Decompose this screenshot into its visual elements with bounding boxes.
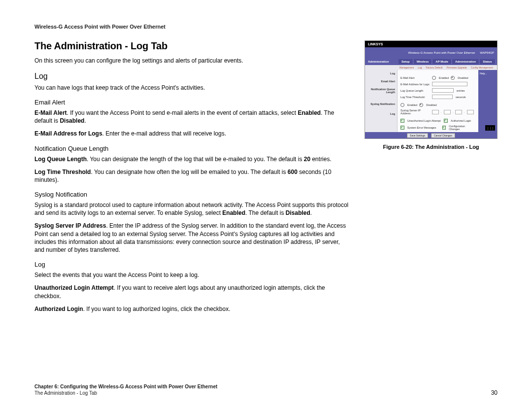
syslog-ip-term: Syslog Server IP Address — [34, 222, 106, 229]
ip-oct-3[interactable] — [455, 110, 462, 114]
side-label-log: Log — [367, 72, 395, 75]
log-queue-input[interactable] — [432, 88, 454, 93]
log-time-label: Log Time Threshold: — [400, 96, 430, 99]
side-label-email: Email Alert — [367, 80, 395, 83]
subsection-email-alert: Email Alert — [34, 99, 351, 106]
fields-column: E-Mail Alert: Enabled Disabled E-Mail Ad… — [398, 70, 478, 132]
subtab-config-mgmt[interactable]: Config Management — [471, 66, 493, 69]
page-footer: Chapter 6: Configuring the Wireless-G Ac… — [34, 383, 498, 396]
model-label: WAP54GP — [480, 51, 494, 54]
log-events-p3: Authorized Login. If you want to log aut… — [34, 305, 351, 313]
subsection-syslog: Syslog Notification — [34, 191, 351, 198]
side-labels: Log Email Alert Notification Queue Lengt… — [365, 70, 398, 132]
figure: LINKSYS Wireless-G Access Point with Pow… — [365, 40, 498, 150]
log-paragraph: You can have logs that keep track of the… — [34, 84, 351, 92]
footer-left: Chapter 6: Configuring the Wireless-G Ac… — [34, 383, 217, 396]
log-time-term: Log Time Threshold — [34, 169, 91, 175]
chk-config-changes[interactable] — [442, 126, 446, 130]
main-text-column: The Administration - Log Tab On this scr… — [34, 40, 351, 318]
subtab-log[interactable]: Log — [418, 66, 422, 69]
log-queue-label: Log Queue Length: — [400, 89, 430, 92]
ip-oct-2[interactable] — [444, 110, 451, 114]
email-alert-p1: E-Mail Alert. If you want the Access Poi… — [34, 109, 351, 125]
page: Wireless-G Access Point with Power Over … — [0, 0, 532, 411]
email-alert-term: E-Mail Alert — [34, 109, 67, 116]
subtab-firmware[interactable]: Firmware Upgrade — [446, 66, 466, 69]
tab-status[interactable]: Status — [480, 59, 495, 64]
help-column: Help... — [478, 70, 497, 132]
log-events-p2: Unauthorized Login Attempt. If you want … — [34, 284, 351, 300]
subtab-factory-default[interactable]: Factory Default — [426, 66, 443, 69]
running-header: Wireless-G Access Point with Power Over … — [34, 24, 498, 30]
unauth-login-term: Unauthorized Login Attempt — [34, 284, 114, 291]
cisco-logo-icon: ⋮⋮⋮ — [485, 125, 495, 131]
subtab-management[interactable]: Management — [399, 66, 414, 69]
auth-login-term: Authorized Login — [34, 306, 83, 312]
page-title: The Administration - Log Tab — [34, 40, 351, 52]
cancel-button[interactable]: Cancel Changes — [431, 133, 455, 138]
tab-wireless[interactable]: Wireless — [414, 59, 432, 64]
tab-administration[interactable]: Administration — [452, 59, 479, 64]
chk-row-1: Unauthorized Login Attempt Authorized Lo… — [400, 119, 475, 123]
syslog-disabled-radio[interactable] — [419, 103, 423, 107]
chk-sys-error[interactable] — [400, 126, 404, 130]
screenshot: LINKSYS Wireless-G Access Point with Pow… — [365, 40, 498, 139]
product-line: Wireless-G Access Point with Power Over … — [408, 51, 475, 54]
nql-p2: Log Time Threshold. You can designate ho… — [34, 168, 351, 184]
subsection-log-events: Log — [34, 261, 351, 268]
side-label-nql: Notification Queue Length — [367, 88, 395, 94]
ip-oct-1[interactable] — [432, 110, 439, 114]
chk-row-2: System Error Messages Configuration Chan… — [400, 125, 475, 131]
figure-footer: Save Settings Cancel Changes — [365, 132, 497, 139]
email-address-term: E-Mail Address for Logs — [34, 130, 102, 137]
syslog-p2: Syslog Server IP Address. Enter the IP a… — [34, 222, 351, 254]
brand-text: LINKSYS — [368, 42, 383, 46]
subsection-nql: Notification Queue Length — [34, 145, 351, 152]
nav-section-title: Administration — [368, 60, 399, 63]
footer-section: The Administration - Log Tab — [34, 390, 217, 396]
email-addr-row: E-Mail Address for Logs: — [400, 82, 475, 86]
content-columns: The Administration - Log Tab On this scr… — [34, 40, 498, 318]
nql-p1: Log Queue Length. You can designate the … — [34, 155, 351, 163]
email-alert-label: E-Mail Alert: — [400, 76, 430, 79]
chk-unauth-login[interactable] — [400, 119, 404, 123]
side-label-log2: Log — [367, 112, 395, 115]
tab-ap-mode[interactable]: AP Mode — [432, 59, 452, 64]
page-number: 30 — [491, 389, 498, 396]
log-time-input[interactable] — [432, 95, 453, 99]
tab-setup[interactable]: Setup — [399, 59, 413, 64]
log-events-p1: Select the events that you want the Acce… — [34, 271, 351, 279]
sub-nav: Management Log Factory Default Firmware … — [365, 65, 497, 70]
brand-bar: LINKSYS — [365, 41, 497, 47]
email-address-p: E-Mail Address for Logs. Enter the e-mai… — [34, 130, 351, 137]
syslog-enable-row: Enabled Disabled — [400, 103, 475, 107]
help-link[interactable]: Help... — [480, 72, 487, 75]
ip-oct-4[interactable] — [467, 110, 474, 114]
syslog-enabled-radio[interactable] — [400, 103, 404, 107]
email-addr-label: E-Mail Address for Logs: — [400, 83, 430, 86]
footer-chapter: Chapter 6: Configuring the Wireless-G Ac… — [34, 383, 217, 390]
settings-area: Log Email Alert Notification Queue Lengt… — [365, 70, 497, 132]
syslog-p1: Syslog is a standard protocol used to ca… — [34, 201, 351, 217]
product-bar: Wireless-G Access Point with Power Over … — [365, 47, 497, 58]
figure-caption: Figure 6-20: The Administration - Log — [365, 144, 498, 150]
intro-paragraph: On this screen you can configure the log… — [34, 57, 351, 65]
log-time-row: Log Time Threshold: seconds — [400, 95, 475, 99]
log-time-units: seconds — [456, 96, 466, 99]
save-button[interactable]: Save Settings — [407, 133, 428, 138]
side-label-syslog: Syslog Notification — [367, 103, 395, 105]
syslog-ip-label: Syslog Server IP Address: — [400, 109, 430, 115]
nav-tabs: Administration Setup Wireless AP Mode Ad… — [365, 58, 497, 65]
syslog-ip-row: Syslog Server IP Address: . . . — [400, 109, 475, 115]
figure-column: LINKSYS Wireless-G Access Point with Pow… — [365, 40, 498, 318]
section-log: Log — [34, 72, 351, 81]
log-queue-term: Log Queue Length — [34, 156, 87, 163]
email-alert-row: E-Mail Alert: Enabled Disabled — [400, 76, 475, 80]
log-queue-row: Log Queue Length: entries — [400, 88, 475, 93]
log-queue-units: entries — [457, 89, 465, 92]
email-addr-input[interactable] — [432, 82, 467, 86]
email-enabled-radio[interactable] — [432, 76, 436, 80]
email-disabled-radio[interactable] — [451, 76, 455, 80]
chk-auth-login[interactable] — [444, 119, 448, 123]
